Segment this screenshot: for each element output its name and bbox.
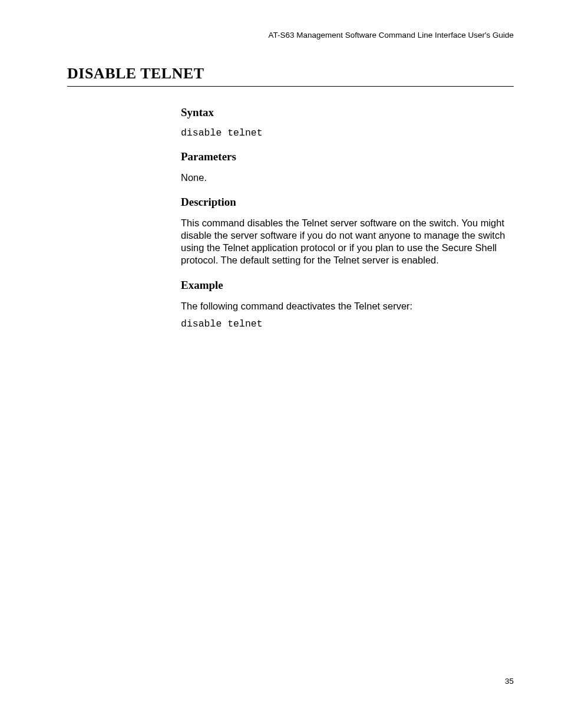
example-code: disable telnet [181, 318, 514, 330]
example-heading: Example [181, 279, 514, 292]
description-heading: Description [181, 196, 514, 209]
parameters-text: None. [181, 172, 514, 184]
page-title: DISABLE TELNET [67, 65, 514, 87]
syntax-heading: Syntax [181, 106, 514, 119]
example-intro: The following command deactivates the Te… [181, 300, 514, 312]
syntax-code: disable telnet [181, 127, 514, 139]
page-container: AT-S63 Management Software Command Line … [0, 0, 562, 728]
running-header: AT-S63 Management Software Command Line … [268, 31, 514, 39]
page-number: 35 [505, 677, 514, 686]
body-column: Syntax disable telnet Parameters None. D… [181, 106, 514, 333]
parameters-heading: Parameters [181, 150, 514, 163]
description-text: This command disables the Telnet server … [181, 217, 514, 266]
